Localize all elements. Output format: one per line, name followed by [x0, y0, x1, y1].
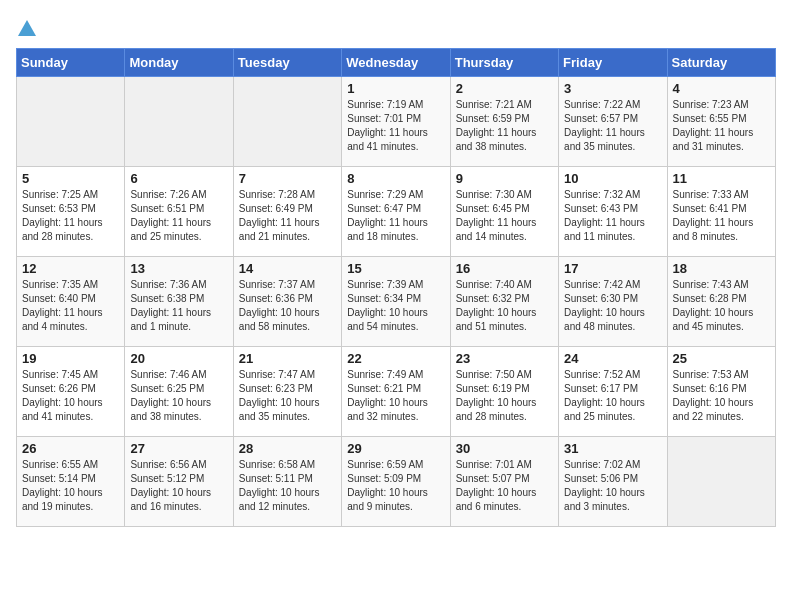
day-number: 13 — [130, 261, 227, 276]
calendar-cell: 30Sunrise: 7:01 AMSunset: 5:07 PMDayligh… — [450, 437, 558, 527]
weekday-header-sunday: Sunday — [17, 49, 125, 77]
calendar-week-row: 19Sunrise: 7:45 AMSunset: 6:26 PMDayligh… — [17, 347, 776, 437]
day-number: 6 — [130, 171, 227, 186]
day-number: 3 — [564, 81, 661, 96]
calendar-cell — [233, 77, 341, 167]
day-number: 12 — [22, 261, 119, 276]
day-number: 24 — [564, 351, 661, 366]
calendar-cell: 28Sunrise: 6:58 AMSunset: 5:11 PMDayligh… — [233, 437, 341, 527]
day-info: Sunrise: 7:45 AMSunset: 6:26 PMDaylight:… — [22, 368, 119, 424]
calendar-cell — [17, 77, 125, 167]
calendar-cell: 14Sunrise: 7:37 AMSunset: 6:36 PMDayligh… — [233, 257, 341, 347]
day-info: Sunrise: 7:53 AMSunset: 6:16 PMDaylight:… — [673, 368, 770, 424]
weekday-header-thursday: Thursday — [450, 49, 558, 77]
calendar-cell: 20Sunrise: 7:46 AMSunset: 6:25 PMDayligh… — [125, 347, 233, 437]
day-info: Sunrise: 7:49 AMSunset: 6:21 PMDaylight:… — [347, 368, 444, 424]
day-info: Sunrise: 7:28 AMSunset: 6:49 PMDaylight:… — [239, 188, 336, 244]
day-number: 16 — [456, 261, 553, 276]
calendar-cell: 15Sunrise: 7:39 AMSunset: 6:34 PMDayligh… — [342, 257, 450, 347]
day-number: 5 — [22, 171, 119, 186]
day-number: 31 — [564, 441, 661, 456]
calendar-cell: 26Sunrise: 6:55 AMSunset: 5:14 PMDayligh… — [17, 437, 125, 527]
calendar-cell: 17Sunrise: 7:42 AMSunset: 6:30 PMDayligh… — [559, 257, 667, 347]
day-info: Sunrise: 7:33 AMSunset: 6:41 PMDaylight:… — [673, 188, 770, 244]
day-info: Sunrise: 7:42 AMSunset: 6:30 PMDaylight:… — [564, 278, 661, 334]
calendar-cell: 9Sunrise: 7:30 AMSunset: 6:45 PMDaylight… — [450, 167, 558, 257]
calendar-week-row: 26Sunrise: 6:55 AMSunset: 5:14 PMDayligh… — [17, 437, 776, 527]
calendar-cell: 4Sunrise: 7:23 AMSunset: 6:55 PMDaylight… — [667, 77, 775, 167]
calendar-cell: 8Sunrise: 7:29 AMSunset: 6:47 PMDaylight… — [342, 167, 450, 257]
logo-icon — [18, 20, 36, 36]
day-number: 7 — [239, 171, 336, 186]
calendar-cell: 10Sunrise: 7:32 AMSunset: 6:43 PMDayligh… — [559, 167, 667, 257]
calendar-cell: 27Sunrise: 6:56 AMSunset: 5:12 PMDayligh… — [125, 437, 233, 527]
day-info: Sunrise: 6:55 AMSunset: 5:14 PMDaylight:… — [22, 458, 119, 514]
calendar-week-row: 5Sunrise: 7:25 AMSunset: 6:53 PMDaylight… — [17, 167, 776, 257]
calendar-cell: 11Sunrise: 7:33 AMSunset: 6:41 PMDayligh… — [667, 167, 775, 257]
day-info: Sunrise: 6:56 AMSunset: 5:12 PMDaylight:… — [130, 458, 227, 514]
day-number: 14 — [239, 261, 336, 276]
day-number: 19 — [22, 351, 119, 366]
calendar-cell: 6Sunrise: 7:26 AMSunset: 6:51 PMDaylight… — [125, 167, 233, 257]
calendar-cell: 21Sunrise: 7:47 AMSunset: 6:23 PMDayligh… — [233, 347, 341, 437]
day-info: Sunrise: 7:01 AMSunset: 5:07 PMDaylight:… — [456, 458, 553, 514]
day-info: Sunrise: 7:26 AMSunset: 6:51 PMDaylight:… — [130, 188, 227, 244]
weekday-header-row: SundayMondayTuesdayWednesdayThursdayFrid… — [17, 49, 776, 77]
calendar-cell: 13Sunrise: 7:36 AMSunset: 6:38 PMDayligh… — [125, 257, 233, 347]
day-number: 4 — [673, 81, 770, 96]
day-number: 21 — [239, 351, 336, 366]
day-info: Sunrise: 7:40 AMSunset: 6:32 PMDaylight:… — [456, 278, 553, 334]
day-number: 30 — [456, 441, 553, 456]
logo-text — [16, 16, 36, 38]
day-number: 11 — [673, 171, 770, 186]
day-info: Sunrise: 7:39 AMSunset: 6:34 PMDaylight:… — [347, 278, 444, 334]
day-number: 20 — [130, 351, 227, 366]
day-number: 18 — [673, 261, 770, 276]
calendar-cell: 19Sunrise: 7:45 AMSunset: 6:26 PMDayligh… — [17, 347, 125, 437]
day-info: Sunrise: 7:21 AMSunset: 6:59 PMDaylight:… — [456, 98, 553, 154]
day-info: Sunrise: 6:58 AMSunset: 5:11 PMDaylight:… — [239, 458, 336, 514]
day-number: 25 — [673, 351, 770, 366]
day-number: 8 — [347, 171, 444, 186]
day-info: Sunrise: 7:37 AMSunset: 6:36 PMDaylight:… — [239, 278, 336, 334]
day-number: 2 — [456, 81, 553, 96]
calendar-cell — [125, 77, 233, 167]
day-info: Sunrise: 7:36 AMSunset: 6:38 PMDaylight:… — [130, 278, 227, 334]
calendar-cell: 12Sunrise: 7:35 AMSunset: 6:40 PMDayligh… — [17, 257, 125, 347]
day-info: Sunrise: 7:35 AMSunset: 6:40 PMDaylight:… — [22, 278, 119, 334]
day-info: Sunrise: 7:22 AMSunset: 6:57 PMDaylight:… — [564, 98, 661, 154]
calendar-cell: 7Sunrise: 7:28 AMSunset: 6:49 PMDaylight… — [233, 167, 341, 257]
day-info: Sunrise: 7:50 AMSunset: 6:19 PMDaylight:… — [456, 368, 553, 424]
day-info: Sunrise: 7:47 AMSunset: 6:23 PMDaylight:… — [239, 368, 336, 424]
day-number: 27 — [130, 441, 227, 456]
day-info: Sunrise: 7:29 AMSunset: 6:47 PMDaylight:… — [347, 188, 444, 244]
svg-marker-0 — [18, 20, 36, 36]
day-number: 22 — [347, 351, 444, 366]
day-info: Sunrise: 7:30 AMSunset: 6:45 PMDaylight:… — [456, 188, 553, 244]
day-number: 15 — [347, 261, 444, 276]
day-info: Sunrise: 7:25 AMSunset: 6:53 PMDaylight:… — [22, 188, 119, 244]
day-info: Sunrise: 7:46 AMSunset: 6:25 PMDaylight:… — [130, 368, 227, 424]
day-number: 9 — [456, 171, 553, 186]
logo — [16, 16, 36, 38]
day-info: Sunrise: 7:02 AMSunset: 5:06 PMDaylight:… — [564, 458, 661, 514]
day-info: Sunrise: 7:43 AMSunset: 6:28 PMDaylight:… — [673, 278, 770, 334]
day-info: Sunrise: 7:23 AMSunset: 6:55 PMDaylight:… — [673, 98, 770, 154]
calendar-week-row: 1Sunrise: 7:19 AMSunset: 7:01 PMDaylight… — [17, 77, 776, 167]
calendar-cell: 22Sunrise: 7:49 AMSunset: 6:21 PMDayligh… — [342, 347, 450, 437]
day-number: 10 — [564, 171, 661, 186]
day-info: Sunrise: 7:52 AMSunset: 6:17 PMDaylight:… — [564, 368, 661, 424]
calendar-cell: 5Sunrise: 7:25 AMSunset: 6:53 PMDaylight… — [17, 167, 125, 257]
weekday-header-monday: Monday — [125, 49, 233, 77]
calendar-cell: 29Sunrise: 6:59 AMSunset: 5:09 PMDayligh… — [342, 437, 450, 527]
day-info: Sunrise: 7:32 AMSunset: 6:43 PMDaylight:… — [564, 188, 661, 244]
calendar-table: SundayMondayTuesdayWednesdayThursdayFrid… — [16, 48, 776, 527]
day-number: 17 — [564, 261, 661, 276]
calendar-cell: 24Sunrise: 7:52 AMSunset: 6:17 PMDayligh… — [559, 347, 667, 437]
weekday-header-friday: Friday — [559, 49, 667, 77]
day-number: 23 — [456, 351, 553, 366]
day-info: Sunrise: 7:19 AMSunset: 7:01 PMDaylight:… — [347, 98, 444, 154]
day-number: 26 — [22, 441, 119, 456]
day-info: Sunrise: 6:59 AMSunset: 5:09 PMDaylight:… — [347, 458, 444, 514]
weekday-header-tuesday: Tuesday — [233, 49, 341, 77]
